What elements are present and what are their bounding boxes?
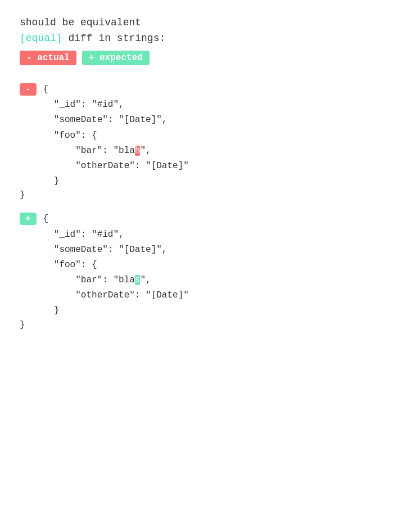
highlight-char-red-actual: h bbox=[135, 146, 141, 156]
expected-header-row: + { "_id": "#id", "someDate": "[Date]", … bbox=[20, 211, 396, 318]
actual-line-1: "_id": "#id", bbox=[43, 97, 189, 112]
expected-diff-block: + { "_id": "#id", "someDate": "[Date]", … bbox=[20, 211, 396, 330]
expected-line-3: "foo": { bbox=[43, 258, 189, 273]
expected-line-2: "someDate": "[Date]", bbox=[43, 242, 189, 258]
actual-closing-brace: } bbox=[20, 190, 396, 200]
highlight-char-green-expected: s bbox=[135, 275, 141, 285]
expected-line-6: } bbox=[43, 303, 189, 318]
expected-line-5: "otherDate": "[Date]" bbox=[43, 288, 189, 303]
actual-line-5: "otherDate": "[Date]" bbox=[43, 159, 189, 174]
expected-line-open: { bbox=[43, 211, 189, 227]
actual-code: { "_id": "#id", "someDate": "[Date]", "f… bbox=[43, 82, 189, 189]
actual-line-3: "foo": { bbox=[43, 128, 189, 143]
actual-diff-block: - { "_id": "#id", "someDate": "[Date]", … bbox=[20, 82, 396, 200]
plus-badge: + bbox=[20, 213, 37, 225]
page-container: should be equivalent [equal] diff in str… bbox=[20, 17, 396, 330]
equal-rest: diff in strings: bbox=[62, 33, 166, 44]
equal-keyword: [equal] bbox=[20, 33, 62, 44]
actual-line-open: { bbox=[43, 82, 189, 97]
legend-row: - actual + expected bbox=[20, 51, 396, 65]
actual-line-4: "bar": "blah", bbox=[43, 143, 189, 159]
expected-line-4: "bar": "blas", bbox=[43, 273, 189, 288]
header-line1: should be equivalent bbox=[20, 17, 396, 28]
actual-header-row: - { "_id": "#id", "someDate": "[Date]", … bbox=[20, 82, 396, 189]
minus-badge: - bbox=[20, 83, 37, 96]
equal-line: [equal] diff in strings: bbox=[20, 33, 396, 44]
actual-line-2: "someDate": "[Date]", bbox=[43, 112, 189, 128]
badge-actual: - actual bbox=[20, 51, 76, 65]
badge-expected: + expected bbox=[82, 51, 150, 65]
expected-closing-brace: } bbox=[20, 320, 396, 330]
actual-line-6: } bbox=[43, 174, 189, 189]
expected-code: { "_id": "#id", "someDate": "[Date]", "f… bbox=[43, 211, 189, 318]
expected-line-1: "_id": "#id", bbox=[43, 227, 189, 242]
